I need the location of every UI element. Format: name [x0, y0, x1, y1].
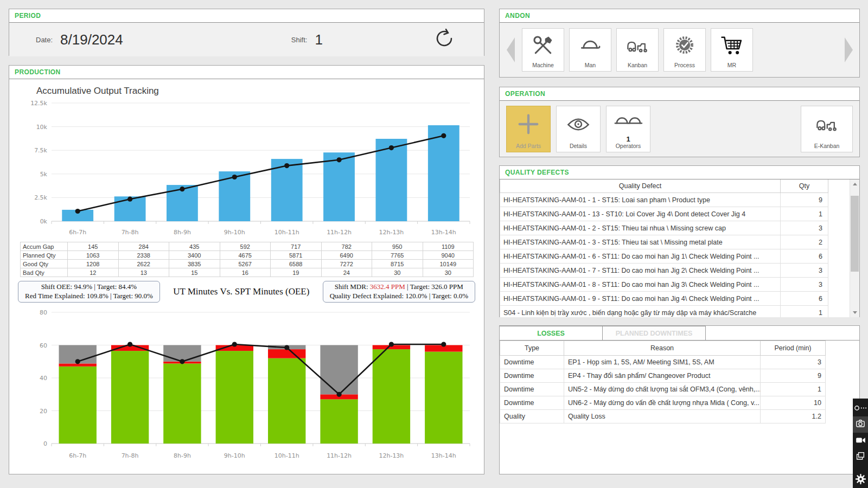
- video-camera-icon: [856, 435, 866, 447]
- operation-button-details[interactable]: Details: [556, 106, 601, 152]
- qty-cell: 30: [423, 268, 474, 277]
- refresh-icon: [434, 28, 455, 51]
- quality-defect-qty: 9: [781, 193, 828, 207]
- qty-cell: 3835: [169, 260, 220, 268]
- windows-button[interactable]: [853, 449, 868, 465]
- chevron-right-icon: [845, 37, 853, 62]
- andon-button-machine[interactable]: Machine: [522, 28, 564, 72]
- quality-defect-row[interactable]: HI-HEATSTAKING-AAM-01 - 9 - ST11: Do cao…: [500, 292, 828, 306]
- quality-defect-row[interactable]: HI-HEATSTAKING-AAM-01 - 2 - ST15: Thieu …: [500, 221, 828, 235]
- svg-text:12h-13h: 12h-13h: [379, 229, 404, 236]
- quality-defect-row[interactable]: HI-HEATSTAKING-AAM-01 - 13 - ST10: Loi C…: [500, 207, 828, 221]
- kanban-trucks-icon: [801, 106, 852, 143]
- camera-icon: [856, 419, 865, 431]
- quality-defect-row[interactable]: S04 - Linh kiện bị trầy xước , biến dạng…: [500, 306, 828, 318]
- svg-text:80: 80: [40, 309, 47, 316]
- accumulative-output-chart: 0k2.5k5k7.5k10k12.5k6h-7h7h-8h8h-9h9h-10…: [17, 97, 476, 239]
- andon-button-man[interactable]: Man: [569, 28, 611, 72]
- tab-planned-downtimes[interactable]: PLANNED DOWNTIMES: [603, 326, 706, 341]
- loss-period: 1: [761, 383, 826, 396]
- loss-row[interactable]: Downtime EP1 - Họp sim 1, 5S, AM/ Meetin…: [500, 356, 826, 369]
- operation-body: Add Parts Details 1 Operators E-Kanban: [500, 101, 859, 157]
- qty-cell: 8715: [372, 260, 423, 268]
- gear-button[interactable]: [853, 472, 868, 488]
- shift-mdr-stat-box: Shift MDR: 3632.4 PPM | Target: 326.0 PP…: [323, 281, 475, 303]
- loss-reason: UN6-2 - Máy dừng do vấn đề chất lượng nh…: [564, 396, 761, 410]
- refresh-button[interactable]: [434, 28, 455, 51]
- andon-button-kanban[interactable]: Kanban: [616, 28, 659, 72]
- quality-defects-scrollbar[interactable]: [850, 179, 859, 317]
- qty-cell: 6490: [321, 251, 372, 260]
- andon-button-label: MR: [727, 62, 736, 68]
- losses-tabs: LOSSES PLANNED DOWNTIMES: [500, 326, 859, 341]
- quality-defect-row[interactable]: HI-HEATSTAKING-AAM-01 - 8 - ST11: Do cao…: [500, 278, 828, 292]
- ut-spt-minutes-chart: 0204060806h-7h7h-8h8h-9h9h-10h10h-11h11h…: [17, 305, 476, 462]
- qty-column-header: Qty: [781, 179, 828, 193]
- reason-column-header: Reason: [564, 341, 761, 356]
- quality-defect-text: HI-HEATSTAKING-AAM-01 - 3 - ST15: Thieu …: [500, 235, 781, 249]
- shift-oee-stat-box: Shift OEE: 94.9% | Target: 84.4% Red Tim…: [18, 281, 160, 303]
- loss-type: Downtime: [500, 383, 564, 396]
- scrollbar-up-arrow[interactable]: [850, 179, 859, 189]
- capture-logo-button[interactable]: [853, 400, 868, 416]
- qty-cell: 1109: [423, 242, 474, 251]
- loss-period: 9: [761, 369, 826, 383]
- gear-icon: [855, 473, 866, 487]
- camera-button[interactable]: [853, 416, 868, 433]
- oee-stats-row: Shift OEE: 94.9% | Target: 84.4% Red Tim…: [18, 281, 475, 303]
- qty-cell: 19: [271, 268, 322, 277]
- loss-row[interactable]: Downtime UN5-2 - Máy dừng do chất lượng …: [500, 383, 826, 396]
- quality-defect-line: Quality Defect Explained: 120.0% | Targe…: [330, 292, 468, 301]
- quality-defect-column-header: Quality Defect: [500, 179, 781, 193]
- scrollbar-down-arrow[interactable]: [850, 308, 859, 317]
- quality-defect-row[interactable]: HI-HEATSTAKING-AAM-01 - 7 - ST11: Do cao…: [500, 264, 828, 278]
- oee-chart-title: UT Minutes Vs. SPT Minutes (OEE): [160, 286, 323, 297]
- quality-defect-row[interactable]: HI-HEATSTAKING-AAM-01 - 6 - ST11: Do cao…: [500, 249, 828, 264]
- loss-type: Downtime: [500, 396, 564, 410]
- operators-icon: [607, 106, 650, 136]
- date-value[interactable]: 8/19/2024: [60, 31, 123, 48]
- helmet-icon: [570, 29, 611, 62]
- andon-button-mr[interactable]: MR: [711, 28, 753, 72]
- quality-defect-row[interactable]: HI-HEATSTAKING-AAM-01 - 1 - ST15: Loai s…: [500, 193, 828, 207]
- svg-text:9h-10h: 9h-10h: [224, 452, 245, 459]
- loss-row[interactable]: Downtime UN6-2 - Máy dừng do vấn đề chất…: [500, 396, 826, 410]
- quality-defect-qty: 1: [781, 207, 828, 221]
- period-panel: PERIOD Date: 8/19/2024 Shift: 1: [9, 9, 484, 56]
- qty-cell: 4675: [220, 251, 271, 260]
- qty-cell: 5871: [271, 251, 322, 260]
- svg-text:20: 20: [40, 407, 47, 414]
- loss-row[interactable]: Downtime EP4 - Thay đổi sản phẩm/ Change…: [500, 369, 826, 383]
- svg-text:7h-8h: 7h-8h: [122, 452, 139, 459]
- loss-row[interactable]: Quality Quality Loss 1.2: [500, 410, 826, 423]
- operation-button-e-kanban[interactable]: E-Kanban: [801, 106, 853, 152]
- video-camera-button[interactable]: [853, 433, 868, 449]
- quality-defects-body: Quality Defect Qty HI-HEATSTAKING-AAM-01…: [500, 179, 859, 317]
- tab-losses[interactable]: LOSSES: [500, 326, 603, 341]
- andon-scroll-left-button[interactable]: [504, 34, 517, 66]
- quality-defect-text: HI-HEATSTAKING-AAM-01 - 9 - ST11: Do cao…: [500, 292, 781, 306]
- andon-body: Machine Man Kanban Process MR: [500, 23, 859, 77]
- operation-button-label: Operators: [616, 143, 641, 149]
- qty-cell: 7765: [372, 251, 423, 260]
- qty-row-label: Accum Gap: [21, 242, 68, 251]
- scrollbar-thumb[interactable]: [851, 196, 859, 272]
- type-column-header: Type: [500, 341, 564, 356]
- svg-text:0k: 0k: [40, 218, 48, 225]
- eye-icon: [557, 106, 600, 143]
- quality-defects-panel: QUALITY DEFECTS Quality Defect Qty HI-HE…: [499, 165, 860, 317]
- mdr-value: 3632.4 PPM: [370, 282, 405, 291]
- operation-button-operators[interactable]: 1 Operators: [606, 106, 650, 152]
- losses-table: Type Reason Period (min) Downtime EP1 - …: [500, 341, 826, 423]
- svg-text:6h-7h: 6h-7h: [69, 229, 86, 236]
- svg-text:2.5k: 2.5k: [34, 194, 47, 201]
- andon-button-process[interactable]: Process: [663, 28, 706, 72]
- operation-button-add-parts[interactable]: Add Parts: [506, 106, 551, 152]
- shift-value[interactable]: 1: [315, 31, 322, 48]
- qty-cell: 1063: [68, 251, 119, 260]
- quality-defect-row[interactable]: HI-HEATSTAKING-AAM-01 - 3 - ST15: Thieu …: [500, 235, 828, 249]
- andon-scroll-right-button[interactable]: [842, 34, 855, 66]
- svg-text:10h-11h: 10h-11h: [275, 229, 299, 236]
- badge-check-icon: [664, 29, 705, 62]
- svg-text:0: 0: [43, 440, 47, 447]
